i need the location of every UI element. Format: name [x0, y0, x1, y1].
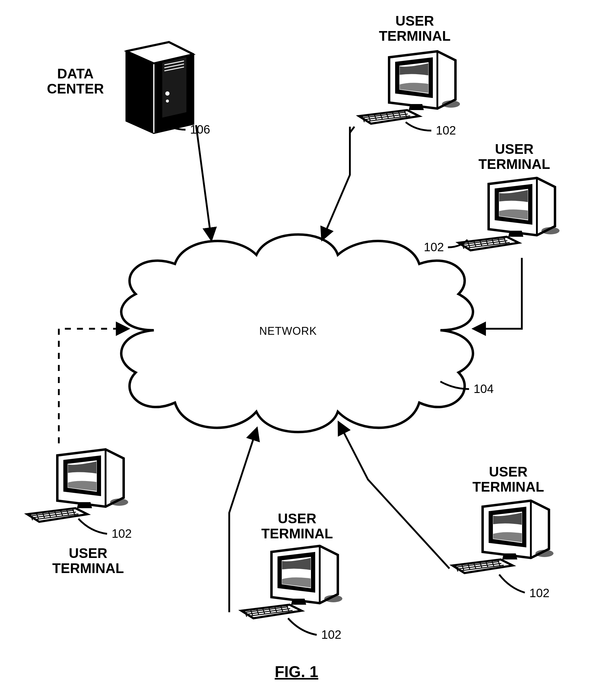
user-terminal-right-upper-ref: 102 [424, 240, 444, 254]
user-terminal-left-ref: 102 [112, 527, 132, 540]
user-terminal-bottom-label-2: TERMINAL [261, 526, 333, 541]
data-center: DATA CENTER [47, 42, 193, 133]
user-terminal-bottom-label-1: USER [278, 510, 316, 526]
user-terminal-top-right-ref: 102 [436, 124, 456, 137]
user-terminal-right-lower-ref: 102 [529, 586, 550, 600]
network-label: NETWORK [260, 325, 317, 337]
user-terminal-right-upper: USER TERMINAL [459, 141, 559, 250]
network-ref: 104 [474, 382, 494, 396]
data-center-label-2: CENTER [47, 81, 104, 96]
user-terminal-top-right-label-1: USER [395, 13, 434, 29]
user-terminal-left-label-1: USER [69, 545, 107, 561]
user-terminal-top-right-label-2: TERMINAL [379, 28, 450, 44]
user-terminal-right-upper-label-1: USER [495, 141, 533, 157]
data-center-label-1: DATA [57, 66, 94, 81]
user-terminal-right-lower: USER TERMINAL [452, 464, 553, 573]
user-terminal-right-lower-label-2: TERMINAL [472, 479, 544, 495]
user-terminal-right-lower-label-1: USER [489, 464, 527, 480]
data-center-ref: 106 [190, 123, 210, 136]
figure-caption: FIG. 1 [275, 663, 318, 681]
user-terminal-left-label-2: TERMINAL [52, 560, 124, 576]
user-terminal-top-right: USER TERMINAL [359, 13, 460, 124]
user-terminal-bottom-ref: 102 [321, 628, 342, 641]
network-cloud: NETWORK [121, 235, 473, 432]
user-terminal-bottom: USER TERMINAL [241, 510, 342, 618]
user-terminal-right-upper-label-2: TERMINAL [478, 156, 550, 172]
user-terminal-left: USER TERMINAL [27, 449, 128, 576]
